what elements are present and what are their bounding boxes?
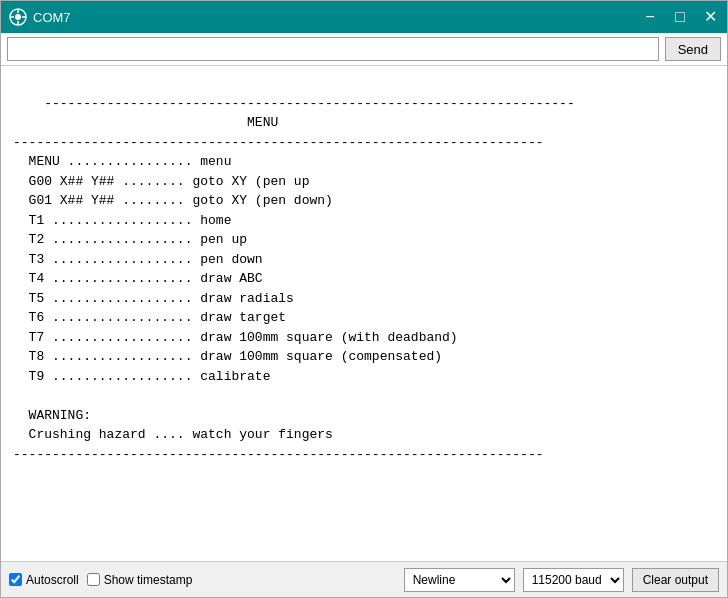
window-controls: − □ ✕ [641, 8, 719, 26]
newline-select[interactable]: Newline No line ending Carriage return B… [404, 568, 515, 592]
timestamp-checkbox[interactable] [87, 573, 100, 586]
autoscroll-checkbox[interactable] [9, 573, 22, 586]
output-area: ----------------------------------------… [1, 66, 727, 561]
svg-point-1 [15, 14, 21, 20]
timestamp-group: Show timestamp [87, 573, 193, 587]
serial-input[interactable] [7, 37, 659, 61]
footer-bar: Autoscroll Show timestamp Newline No lin… [1, 561, 727, 597]
minimize-button[interactable]: − [641, 8, 659, 26]
close-button[interactable]: ✕ [701, 8, 719, 26]
autoscroll-label[interactable]: Autoscroll [26, 573, 79, 587]
title-bar: COM7 − □ ✕ [1, 1, 727, 33]
app-icon [9, 8, 27, 26]
output-text: ----------------------------------------… [13, 96, 575, 462]
autoscroll-group: Autoscroll [9, 573, 79, 587]
timestamp-label[interactable]: Show timestamp [104, 573, 193, 587]
window-title: COM7 [33, 10, 641, 25]
clear-output-button[interactable]: Clear output [632, 568, 719, 592]
main-window: COM7 − □ ✕ Send ------------------------… [0, 0, 728, 598]
send-button[interactable]: Send [665, 37, 721, 61]
input-bar: Send [1, 33, 727, 66]
baud-select[interactable]: 300 baud 1200 baud 2400 baud 4800 baud 9… [523, 568, 624, 592]
maximize-button[interactable]: □ [671, 8, 689, 26]
